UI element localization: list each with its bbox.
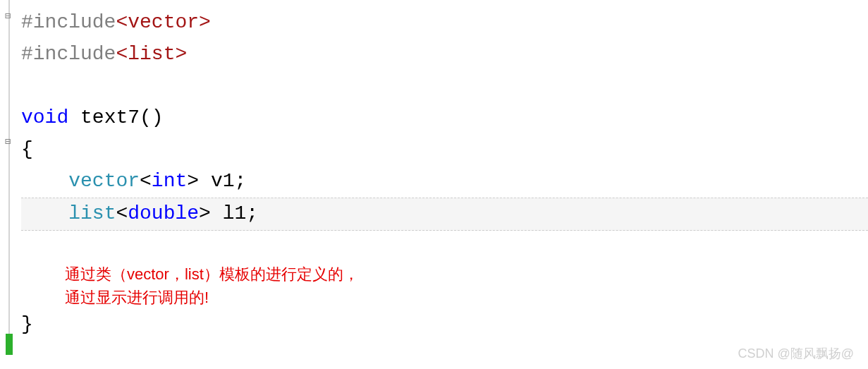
- preprocessor-directive: #include: [21, 7, 116, 39]
- type-name: list: [68, 198, 116, 230]
- indent: [21, 166, 68, 198]
- code-line: vector<int> v1;: [21, 166, 868, 198]
- keyword: void: [21, 102, 68, 134]
- header-name: <list>: [116, 39, 187, 71]
- preprocessor-directive: #include: [21, 39, 116, 71]
- angle-bracket: <: [116, 198, 128, 230]
- fold-marker-icon[interactable]: ⊟: [3, 135, 13, 147]
- indent: [21, 198, 68, 230]
- function-name: text7(): [68, 102, 163, 134]
- variable-decl: v1;: [199, 166, 246, 198]
- watermark-text: CSDN @随风飘扬@: [738, 345, 854, 362]
- code-line: #include<list>: [21, 39, 868, 71]
- editor-gutter: ⊟ ⊟: [0, 0, 17, 369]
- type-name: vector: [68, 166, 140, 198]
- code-editor-area[interactable]: #include<vector> #include<list> void tex…: [21, 7, 868, 341]
- variable-decl: l1;: [211, 198, 258, 230]
- builtin-type: double: [128, 198, 199, 230]
- brace: }: [21, 309, 33, 341]
- code-line: {: [21, 134, 868, 166]
- fold-marker-icon[interactable]: ⊟: [3, 10, 13, 22]
- annotation-text: 通过显示进行调用的!: [65, 286, 868, 309]
- code-line: }: [21, 309, 868, 341]
- angle-bracket: >: [199, 198, 211, 230]
- code-line: void text7(): [21, 102, 868, 134]
- annotation-block: 通过类（vector，list）模板的进行定义的， 通过显示进行调用的!: [21, 262, 868, 309]
- angle-bracket: <: [140, 166, 152, 198]
- angle-bracket: >: [187, 166, 199, 198]
- code-line: #include<vector>: [21, 7, 868, 39]
- gutter-change-marker: [6, 334, 13, 355]
- header-name: <vector>: [116, 7, 210, 39]
- annotation-text: 通过类（vector，list）模板的进行定义的，: [65, 262, 868, 286]
- code-line-empty: [21, 231, 868, 262]
- code-line-empty: [21, 71, 868, 102]
- code-line-current: list<double> l1;: [21, 198, 868, 231]
- builtin-type: int: [152, 166, 187, 198]
- gutter-line: [8, 0, 10, 348]
- brace: {: [21, 134, 33, 166]
